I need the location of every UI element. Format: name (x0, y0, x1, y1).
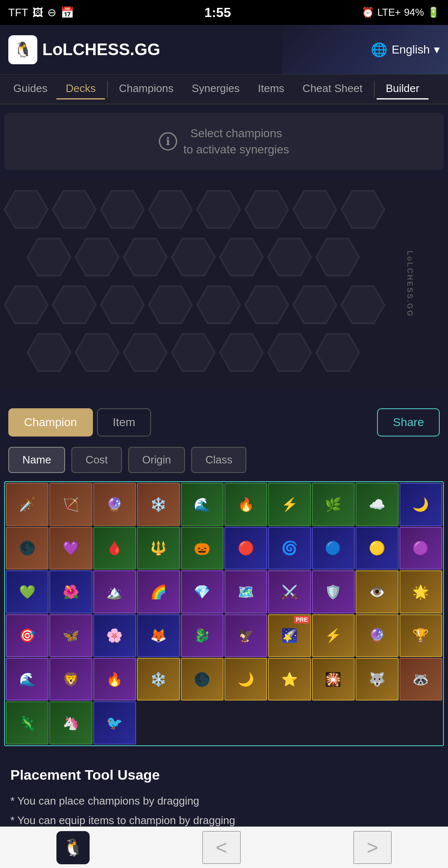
nav-champions[interactable]: Champions (110, 79, 183, 99)
champion-cell-15[interactable]: 🎃 (181, 527, 224, 570)
champion-cell-40[interactable]: 🏆 (399, 614, 442, 657)
champion-cell-29[interactable]: 👁️ (355, 570, 398, 613)
champion-cell-26[interactable]: 🗺️ (224, 570, 267, 613)
hex-cell[interactable] (27, 238, 71, 276)
champion-cell-9[interactable]: ☁️ (355, 483, 398, 526)
champion-cell-30[interactable]: 🌟 (399, 570, 442, 613)
champion-cell-13[interactable]: 🩸 (93, 527, 136, 570)
nav-builder[interactable]: Builder (377, 79, 429, 99)
filter-name-button[interactable]: Name (8, 447, 65, 473)
hex-cell[interactable] (75, 238, 119, 276)
back-button[interactable]: < (202, 831, 241, 864)
champion-cell-14[interactable]: 🔱 (137, 527, 180, 570)
hex-cell[interactable] (148, 190, 193, 229)
hex-cell[interactable] (52, 190, 97, 229)
hex-cell[interactable] (171, 238, 216, 276)
hex-cell[interactable] (292, 285, 337, 324)
champion-cell-37[interactable]: 🌠PRE (268, 614, 311, 657)
hex-cell[interactable] (123, 333, 168, 372)
champion-cell-43[interactable]: 🔥 (93, 658, 136, 701)
hex-cell[interactable] (196, 190, 241, 229)
champion-cell-16[interactable]: 🔴 (224, 527, 267, 570)
champion-cell-20[interactable]: 🟣 (399, 527, 442, 570)
champion-cell-17[interactable]: 🌀 (268, 527, 311, 570)
champion-cell-34[interactable]: 🦊 (137, 614, 180, 657)
champion-cell-45[interactable]: 🌑 (181, 658, 224, 701)
filter-cost-button[interactable]: Cost (71, 447, 122, 473)
champion-cell-52[interactable]: 🦄 (49, 701, 92, 744)
champion-cell-53[interactable]: 🐦 (93, 701, 136, 744)
hex-cell[interactable] (100, 190, 145, 229)
champion-cell-1[interactable]: 🗡️ (6, 483, 49, 526)
champion-cell-25[interactable]: 💎 (181, 570, 224, 613)
hex-cell[interactable] (341, 285, 385, 324)
hex-cell[interactable] (267, 238, 312, 276)
champion-cell-27[interactable]: ⚔️ (268, 570, 311, 613)
champion-toggle-button[interactable]: Champion (8, 408, 93, 436)
champion-cell-22[interactable]: 🌺 (49, 570, 92, 613)
champion-cell-12[interactable]: 💜 (49, 527, 92, 570)
champion-cell-11[interactable]: 🌑 (6, 527, 49, 570)
hex-cell[interactable] (123, 238, 168, 276)
champion-cell-31[interactable]: 🎯 (6, 614, 49, 657)
hex-cell[interactable] (75, 333, 119, 372)
champion-cell-46[interactable]: 🌙 (224, 658, 267, 701)
hex-cell[interactable] (315, 333, 360, 372)
filter-class-button[interactable]: Class (191, 447, 246, 473)
champion-cell-49[interactable]: 🐺 (355, 658, 398, 701)
hex-cell[interactable] (148, 285, 193, 324)
champion-cell-32[interactable]: 🦋 (49, 614, 92, 657)
champion-cell-28[interactable]: 🛡️ (312, 570, 355, 613)
hex-cell[interactable] (100, 285, 145, 324)
champion-cell-50[interactable]: 🦝 (399, 658, 442, 701)
hex-cell[interactable] (196, 285, 241, 324)
language-selector[interactable]: 🌐 English ▾ (371, 42, 440, 58)
nav-synergies[interactable]: Synergies (183, 79, 249, 99)
hex-cell[interactable] (219, 238, 264, 276)
champion-cell-41[interactable]: 🌊 (6, 658, 49, 701)
champion-cell-19[interactable]: 🟡 (355, 527, 398, 570)
filter-origin-button[interactable]: Origin (128, 447, 185, 473)
champion-cell-3[interactable]: 🔮 (93, 483, 136, 526)
hex-cell[interactable] (4, 285, 49, 324)
hex-cell[interactable] (171, 333, 216, 372)
champion-cell-8[interactable]: 🌿 (312, 483, 355, 526)
champion-cell-10[interactable]: 🌙 (399, 483, 442, 526)
nav-items[interactable]: Items (249, 79, 294, 99)
hex-cell[interactable] (341, 190, 385, 229)
hex-cell[interactable] (244, 190, 289, 229)
item-toggle-button[interactable]: Item (97, 408, 151, 436)
champion-cell-24[interactable]: 🌈 (137, 570, 180, 613)
champion-cell-2[interactable]: 🏹 (49, 483, 92, 526)
champion-cell-5[interactable]: 🌊 (181, 483, 224, 526)
champion-cell-51[interactable]: 🦎 (6, 701, 49, 744)
champion-cell-35[interactable]: 🐉 (181, 614, 224, 657)
champion-cell-38[interactable]: ⚡ (312, 614, 355, 657)
hex-cell[interactable] (315, 238, 360, 276)
champion-cell-21[interactable]: 💚 (6, 570, 49, 613)
champion-cell-44[interactable]: ❄️ (137, 658, 180, 701)
hex-cell[interactable] (219, 333, 264, 372)
hex-cell[interactable] (292, 190, 337, 229)
champion-cell-42[interactable]: 🦁 (49, 658, 92, 701)
hex-cell[interactable] (267, 333, 312, 372)
champion-cell-47[interactable]: ⭐ (268, 658, 311, 701)
forward-button[interactable]: > (353, 831, 392, 864)
nav-decks[interactable]: Decks (56, 79, 105, 99)
champion-cell-33[interactable]: 🌸 (93, 614, 136, 657)
nav-cheat-sheet[interactable]: Cheat Sheet (293, 79, 372, 99)
champion-cell-4[interactable]: ❄️ (137, 483, 180, 526)
hex-cell[interactable] (4, 190, 49, 229)
champion-cell-6[interactable]: 🔥 (224, 483, 267, 526)
champion-cell-7[interactable]: ⚡ (268, 483, 311, 526)
champion-cell-18[interactable]: 🔵 (312, 527, 355, 570)
nav-guides[interactable]: Guides (4, 79, 56, 99)
hex-cell[interactable] (52, 285, 97, 324)
champion-cell-36[interactable]: 🦅 (224, 614, 267, 657)
share-button[interactable]: Share (377, 408, 440, 436)
hex-cell[interactable] (27, 333, 71, 372)
hex-cell[interactable] (244, 285, 289, 324)
champion-cell-23[interactable]: 🏔️ (93, 570, 136, 613)
champion-cell-39[interactable]: 🔮 (355, 614, 398, 657)
champion-cell-48[interactable]: 🎇 (312, 658, 355, 701)
